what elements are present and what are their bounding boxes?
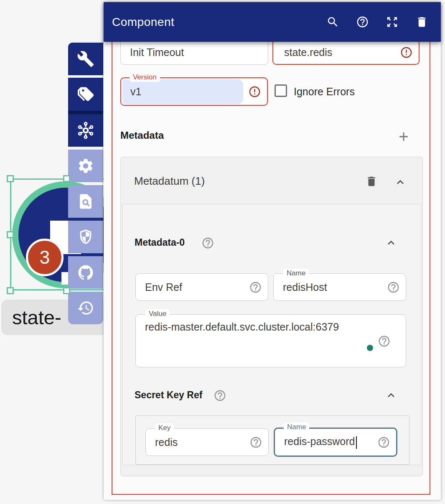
text-cursor [356,436,357,449]
metadatum-card-body: Metadata-0 Env Ref redisHost Name redis-… [122,204,421,465]
panel-title: Component [112,15,326,29]
version-field-label: Version [130,73,160,82]
search-icon[interactable] [326,15,339,28]
history-icon [77,299,94,317]
add-metadata-button[interactable] [397,130,411,144]
secret-name-label: Name [284,423,309,432]
help-icon[interactable] [201,237,214,249]
secret-name-value: redis-password [275,435,377,448]
toolbar-button-settings[interactable] [68,150,103,182]
tags-icon [77,86,94,103]
toolbar-button-history[interactable] [68,292,103,324]
ignore-errors-label: Ignore Errors [294,86,355,98]
collapse-secret-key-ref-button[interactable] [384,389,398,402]
help-icon[interactable] [378,335,391,348]
expand-icon[interactable] [386,15,399,28]
security-icon [77,228,94,246]
settings-icon [77,157,94,175]
resize-handle-top-left[interactable] [7,175,14,182]
secret-key-label: Key [155,423,174,433]
metadata-value-text: redis-master.default.svc.cluster.local:6… [136,315,406,333]
trash-icon[interactable] [415,15,428,28]
resize-grip-dot[interactable] [367,345,373,351]
toolbar-button-security[interactable] [68,221,103,253]
metadata-value-field[interactable]: redis-master.default.svc.cluster.local:6… [135,314,406,367]
metadata-value-label: Value [145,309,170,318]
metadatum-card: Metadatum (1) Metadata-0 Env Ref redisHo… [120,157,423,476]
toolbar-divider [68,111,103,114]
hub-icon [77,122,94,139]
toolbar-button-hub[interactable] [68,114,103,147]
metadata-heading: Metadata [120,130,164,141]
secret-key-ref-heading: Secret Key Ref [135,389,202,401]
toolbar-button-find-document[interactable] [68,185,103,218]
help-icon[interactable] [377,436,390,449]
delete-metadatum-button[interactable] [365,175,378,188]
init-timeout-placeholder: Init Timeout [121,46,268,59]
secret-name-field[interactable]: redis-password [274,428,397,457]
secret-key-value: redis [146,436,249,448]
resize-handle-bottom-center[interactable] [63,287,70,294]
component-type-value: state.redis [273,46,400,59]
help-icon[interactable] [387,281,400,294]
resize-handle-bottom-left[interactable] [7,287,14,294]
collapse-metadata0-button[interactable] [384,236,398,249]
app-root: 3 state- Init Timeout state.redis [0,0,445,504]
metadata0-heading: Metadata-0 [135,237,185,248]
help-icon[interactable] [249,436,262,449]
panel-header-actions [326,15,428,28]
github-icon [77,264,94,281]
component-properties-panel: Init Timeout state.redis v1 Version Igno… [104,2,441,500]
resize-handle-top-center[interactable] [63,175,70,182]
error-count-badge: 3 [26,239,64,276]
help-icon[interactable] [214,389,226,402]
find-document-icon [77,193,94,210]
secret-key-ref-group: redis Key redis-password Name [135,415,409,465]
error-icon [248,85,261,98]
help-icon[interactable] [356,15,369,28]
component-type-field[interactable]: state.redis [272,40,420,65]
toolbar-button-tags[interactable] [68,78,103,111]
toolbar-button-github[interactable] [68,256,103,289]
metadata-name-label: Name [283,269,309,278]
metadatum-card-title[interactable]: Metadatum (1) [134,175,205,188]
metadata-name-value: redisHost [274,281,387,293]
env-ref-field[interactable]: Env Ref [135,273,268,301]
env-ref-placeholder: Env Ref [136,281,249,293]
help-icon[interactable] [249,281,262,294]
panel-header: Component [104,2,441,42]
error-icon [400,46,413,59]
ignore-errors-checkbox[interactable] [275,84,287,97]
resize-handle-middle-left[interactable] [7,231,14,238]
init-timeout-field[interactable]: Init Timeout [120,40,268,65]
build-icon [77,50,94,68]
version-value: v1 [121,86,248,98]
toolbar-button-build[interactable] [68,43,103,75]
collapse-metadatum-button[interactable] [394,176,407,189]
